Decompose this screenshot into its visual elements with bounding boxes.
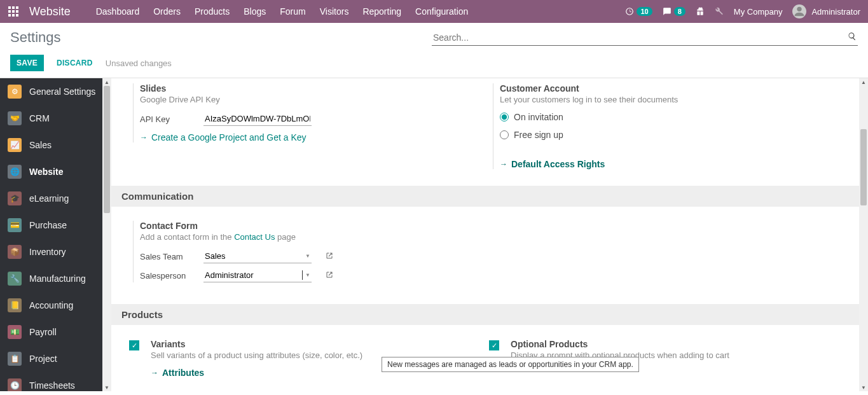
sidebar-item-purchase[interactable]: 💳 Purchase <box>0 212 111 239</box>
scroll-down-icon[interactable]: ▼ <box>102 384 111 391</box>
external-link-icon[interactable] <box>326 252 333 261</box>
settings-sidebar: ⚙ General Settings 🤝 CRM 📈 Sales 🌐 Websi… <box>0 78 111 391</box>
salesperson-input[interactable] <box>205 270 303 280</box>
radio-free-signup[interactable]: Free sign up <box>500 130 844 140</box>
sidebar-item-label: Accounting <box>29 300 73 310</box>
sidebar-item-label: Timesheets <box>29 380 75 391</box>
top-menu: Dashboard Orders Products Blogs Forum Vi… <box>96 6 469 17</box>
chevron-down-icon[interactable]: ▼ <box>305 272 310 278</box>
salesperson-select[interactable]: ▼ <box>203 268 312 282</box>
search-bar[interactable] <box>432 29 858 46</box>
contact-form-title: Contact Form <box>140 221 484 231</box>
sidebar-item-website[interactable]: 🌐 Website <box>0 158 111 185</box>
section-products: Products <box>111 304 859 325</box>
sidebar-scroll-thumb[interactable] <box>104 86 110 213</box>
user-name: Administrator <box>811 7 860 17</box>
apps-menu-icon[interactable] <box>8 6 19 17</box>
optional-products-checkbox[interactable]: ✓ <box>489 340 499 350</box>
scroll-down-icon[interactable]: ▼ <box>859 384 868 391</box>
sidebar-item-payroll[interactable]: 💵 Payroll <box>0 319 111 345</box>
activity-indicator[interactable]: 10 <box>625 7 652 16</box>
company-name[interactable]: My Company <box>734 7 783 17</box>
settings-content: Slides Google Drive API Key API Key → Cr… <box>111 78 868 391</box>
discard-button[interactable]: DISCARD <box>54 55 95 71</box>
clipboard-icon: 📋 <box>8 352 22 366</box>
contact-form-setting: Contact Form Add a contact form in the C… <box>129 216 489 293</box>
save-button[interactable]: SAVE <box>10 55 44 71</box>
scroll-up-icon[interactable]: ▲ <box>102 78 111 86</box>
gear-icon: ⚙ <box>8 85 22 99</box>
crm-tooltip: New messages are managed as leads or opp… <box>382 357 639 372</box>
search-icon[interactable] <box>848 32 857 43</box>
salesperson-label: Salesperson <box>140 271 195 281</box>
sidebar-item-label: Sales <box>29 140 52 150</box>
content-scrollbar[interactable]: ▲ ▼ <box>859 78 868 391</box>
radio-on-invitation-input[interactable] <box>500 113 509 121</box>
sidebar-item-label: Purchase <box>29 220 67 230</box>
slides-title: Slides <box>140 83 484 94</box>
api-key-input[interactable] <box>203 112 312 126</box>
clock-icon: 🕒 <box>8 378 22 391</box>
menu-dashboard[interactable]: Dashboard <box>96 6 140 17</box>
sidebar-item-manufacturing[interactable]: 🔧 Manufacturing <box>0 265 111 292</box>
variants-title: Variants <box>151 339 484 349</box>
variants-checkbox[interactable]: ✓ <box>129 340 139 350</box>
brand-title[interactable]: Website <box>29 5 71 18</box>
sidebar-item-elearning[interactable]: 🎓 eLearning <box>0 185 111 212</box>
messages-indicator[interactable]: 8 <box>663 7 685 16</box>
messages-badge: 8 <box>674 7 685 16</box>
user-menu[interactable]: Administrator <box>792 4 860 18</box>
menu-configuration[interactable]: Configuration <box>415 6 468 17</box>
graduation-icon: 🎓 <box>8 191 22 205</box>
sidebar-item-label: CRM <box>29 113 50 123</box>
sidebar-item-timesheets[interactable]: 🕒 Timesheets <box>0 372 111 391</box>
sidebar-scrollbar[interactable]: ▲ ▼ <box>102 78 111 391</box>
api-key-label: API Key <box>140 114 195 124</box>
unsaved-indicator: Unsaved changes <box>106 59 172 68</box>
create-google-project-link[interactable]: → Create a Google Project and Get a Key <box>140 132 307 142</box>
gift-icon[interactable] <box>696 7 705 16</box>
sidebar-item-sales[interactable]: 📈 Sales <box>0 132 111 158</box>
sidebar-item-accounting[interactable]: 📒 Accounting <box>0 292 111 319</box>
menu-forum[interactable]: Forum <box>280 6 305 17</box>
page-title: Settings <box>10 29 61 46</box>
arrow-right-icon: → <box>151 368 158 377</box>
sidebar-item-label: Manufacturing <box>29 274 86 284</box>
radio-free-signup-input[interactable] <box>500 130 509 139</box>
menu-products[interactable]: Products <box>195 6 230 17</box>
attributes-link[interactable]: → Attributes <box>151 368 204 378</box>
sidebar-item-crm[interactable]: 🤝 CRM <box>0 105 111 132</box>
optional-products-title: Optional Products <box>511 339 844 349</box>
sidebar-item-project[interactable]: 📋 Project <box>0 345 111 372</box>
activity-badge: 10 <box>637 7 652 16</box>
scroll-up-icon[interactable]: ▲ <box>859 78 868 86</box>
wrench-icon[interactable] <box>715 7 724 16</box>
menu-orders[interactable]: Orders <box>153 6 181 17</box>
customer-account-desc: Let your customers log in to see their d… <box>500 95 844 104</box>
slides-desc: Google Drive API Key <box>140 95 484 104</box>
sales-team-select[interactable]: ▼ <box>203 249 312 263</box>
wrench-icon: 🔧 <box>8 272 22 286</box>
contact-us-link[interactable]: Contact Us <box>234 232 275 242</box>
menu-reporting[interactable]: Reporting <box>362 6 401 17</box>
money-icon: 💵 <box>8 325 22 339</box>
sidebar-item-label: General Settings <box>29 87 95 97</box>
sales-team-input[interactable] <box>205 251 303 261</box>
customer-account-setting: Customer Account Let your customers log … <box>489 78 849 174</box>
external-link-icon[interactable] <box>326 271 333 281</box>
breadcrumb-bar: Settings <box>0 23 868 46</box>
sidebar-item-label: eLearning <box>29 193 69 204</box>
search-input[interactable] <box>433 32 848 43</box>
menu-blogs[interactable]: Blogs <box>244 6 266 17</box>
box-icon: 📦 <box>8 245 22 259</box>
svg-point-0 <box>797 7 802 11</box>
sidebar-item-inventory[interactable]: 📦 Inventory <box>0 239 111 265</box>
menu-visitors[interactable]: Visitors <box>320 6 349 17</box>
customer-account-title: Customer Account <box>500 83 844 94</box>
radio-on-invitation[interactable]: On invitation <box>500 112 844 122</box>
default-access-rights-link[interactable]: → Default Access Rights <box>500 159 605 169</box>
sidebar-item-general-settings[interactable]: ⚙ General Settings <box>0 78 111 105</box>
sales-team-label: Sales Team <box>140 252 195 261</box>
chevron-down-icon[interactable]: ▼ <box>305 253 310 259</box>
content-scroll-thumb[interactable] <box>860 129 867 205</box>
